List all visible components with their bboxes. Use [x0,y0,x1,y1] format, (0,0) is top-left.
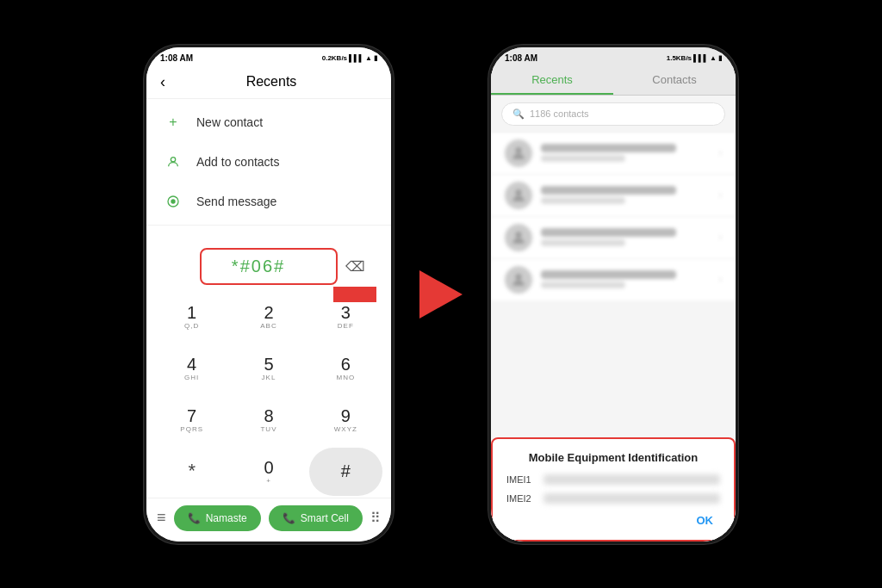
contact-row-3[interactable]: › [491,217,736,258]
plus-icon: + [164,113,183,132]
time-right: 1:08 AM [505,53,537,63]
battery-icon-right: ▮ [718,54,722,62]
contact-sub-blur-4 [541,282,625,288]
arrow-body [333,287,376,302]
imei1-label: IMEI1 [506,474,537,485]
signal-bars-right: ▌▌▌ [693,54,708,62]
menu-dots-button[interactable]: ≡ [157,509,166,527]
keypad-grid-button[interactable]: ⠿ [370,510,381,526]
contact-info-4 [541,270,711,288]
dialer-title: Recents [165,74,377,90]
imei-dialog-title: Mobile Equipment Identification [506,451,720,464]
imei1-row: IMEI1 [506,474,720,485]
key-star[interactable]: * [155,448,228,496]
send-message-label: Send message [196,195,276,208]
dialer-input-row: *#06# ⌫ [146,239,391,292]
search-icon: 🔍 [512,108,525,120]
call-icon-1: 📞 [188,512,201,524]
contact-avatar-4 [505,266,532,294]
time-left: 1:08 AM [160,53,193,63]
send-message-item[interactable]: Send message [146,182,391,221]
svg-point-4 [516,189,522,195]
add-to-contacts-item[interactable]: Add to contacts [146,142,391,182]
imei2-value [543,493,720,504]
arrow-head [419,270,463,319]
key-8[interactable]: 8 TUV [232,396,305,444]
keypad: 1 Q,D 2 ABC 3 DEF 4 GHI [146,292,391,498]
call-btn1-label: Namaste [206,512,247,524]
svg-point-2 [171,199,175,203]
screen1: ‹ Recents + New contact [146,66,391,542]
imei1-value [543,474,720,485]
imei2-row: IMEI2 [506,493,720,504]
backspace-button[interactable]: ⌫ [345,258,365,275]
chevron-icon-4: › [719,275,722,284]
person-icon [164,152,183,171]
call-smartcell-button[interactable]: 📞 Smart Cell [269,505,363,531]
key-2[interactable]: 2 ABC [232,294,305,342]
status-bar-right: 1:08 AM 1.5KB/s ▌▌▌ ▲ ▮ [491,47,736,66]
contact-row-1[interactable]: › [491,133,736,174]
svg-point-5 [516,232,522,238]
bottom-bar-left: ≡ 📞 Namaste 📞 Smart Cell ⠿ [146,498,391,542]
key-4[interactable]: 4 GHI [155,344,228,393]
dialer-header: ‹ Recents [146,66,391,99]
status-bar-left: 1:08 AM 0.2KB/s ▌▌▌ ▲ ▮ [146,47,391,66]
imei2-label: IMEI2 [506,493,537,504]
contact-sub-blur-3 [541,239,625,246]
scene: 1:08 AM 0.2KB/s ▌▌▌ ▲ ▮ ‹ Recents [0,0,882,588]
contact-name-blur-2 [541,186,676,195]
imei-dialog: Mobile Equipment Identification IMEI1 IM… [491,437,736,542]
signal-speed-right: 1.5KB/s [667,54,692,62]
contact-avatar-2 [505,182,532,209]
key-6[interactable]: 6 MNO [309,344,382,393]
key-0[interactable]: 0 + [232,448,305,496]
chevron-icon-3: › [719,232,722,242]
svg-point-0 [171,157,175,161]
contact-avatar-1 [505,139,532,167]
contact-row-2[interactable]: › [491,175,736,216]
search-placeholder: 1186 contacts [530,108,589,119]
phone-right: 1:08 AM 1.5KB/s ▌▌▌ ▲ ▮ Recents Contacts [488,45,738,544]
add-contacts-label: Add to contacts [196,155,280,169]
contact-row-4[interactable]: › [491,259,736,300]
key-7[interactable]: 7 PQRS [155,396,228,444]
status-icons-right: 1.5KB/s ▌▌▌ ▲ ▮ [667,54,722,62]
contact-sub-blur-1 [541,155,625,162]
contact-avatar-3 [505,224,532,251]
new-contact-item[interactable]: + New contact [146,102,391,142]
search-bar[interactable]: 🔍 1186 contacts [501,102,725,126]
call-icon-2: 📞 [283,512,295,524]
contact-name-blur-4 [541,270,676,279]
wifi-icon-right: ▲ [710,54,717,62]
wifi-icon: ▲ [365,54,372,62]
contact-sub-blur-2 [541,197,625,204]
tab-contacts[interactable]: Contacts [613,66,736,95]
imei-ok-row: OK [506,512,720,528]
dialer-input[interactable]: *#06# [200,248,338,285]
menu-items: + New contact Add to contacts [146,99,391,232]
menu-divider [146,225,391,226]
message-icon [164,192,183,211]
arrow-indicator [419,270,463,319]
signal-speed-left: 0.2KB/s [322,54,347,62]
key-hash[interactable]: # [309,448,382,496]
screen2: Recents Contacts 🔍 1186 contacts [491,66,736,542]
new-contact-label: New contact [196,115,263,129]
key-5[interactable]: 5 JKL [232,344,305,393]
contact-info-1 [541,144,711,162]
tabs-row: Recents Contacts [491,66,736,96]
chevron-icon-2: › [719,190,722,200]
status-icons-left: 0.2KB/s ▌▌▌ ▲ ▮ [322,54,377,62]
signal-bars-left: ▌▌▌ [349,54,363,62]
imei-ok-button[interactable]: OK [690,511,721,530]
contact-name-blur-3 [541,228,676,237]
svg-point-3 [516,147,522,153]
chevron-icon-1: › [719,148,722,158]
key-9[interactable]: 9 WXYZ [309,396,382,444]
key-1[interactable]: 1 Q,D [155,294,228,342]
battery-icon-left: ▮ [374,54,377,62]
svg-point-6 [516,274,522,280]
call-namaste-button[interactable]: 📞 Namaste [174,505,261,531]
tab-recents[interactable]: Recents [491,66,613,95]
